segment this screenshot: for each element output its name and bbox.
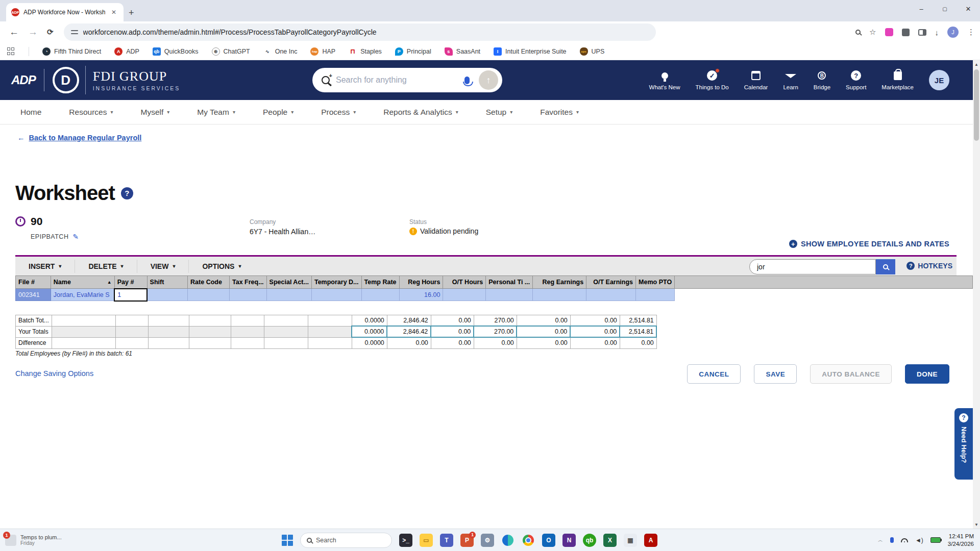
cell-personal-time[interactable] <box>486 289 533 301</box>
bookmark-intuit[interactable]: IIntuit Enterprise Suite <box>494 47 567 56</box>
bookmark-star-icon[interactable]: ☆ <box>869 28 876 37</box>
cell-reg-earnings[interactable] <box>533 289 586 301</box>
col-temp-rate[interactable]: Temp Rate <box>361 276 399 289</box>
tab-close-icon[interactable]: ✕ <box>109 8 118 17</box>
outlook-icon[interactable]: O <box>542 534 555 547</box>
cell-special-act[interactable] <box>266 289 311 301</box>
nav-reports-analytics[interactable]: Reports & Analytics▾ <box>383 108 458 117</box>
windows-start-button[interactable] <box>282 535 293 546</box>
bookmark-one-inc[interactable]: ∿One Inc <box>263 47 298 56</box>
things-to-do-button[interactable]: ✓ Things to Do <box>696 70 729 90</box>
cancel-button[interactable]: CANCEL <box>687 364 741 384</box>
cell-shift[interactable] <box>147 289 188 301</box>
bookmark-hap[interactable]: hapHAP <box>310 47 335 56</box>
wifi-icon[interactable] <box>901 538 908 542</box>
back-to-payroll-link[interactable]: ← Back to Manage Regular Payroll <box>17 134 141 142</box>
cell-tax-freq[interactable] <box>229 289 266 301</box>
col-name[interactable]: Name▲ <box>51 276 114 289</box>
powerpoint-icon[interactable]: P1 <box>460 534 474 547</box>
cell-ot-hours[interactable] <box>443 289 486 301</box>
hotkeys-link[interactable]: ? HOTKEYS <box>906 262 952 270</box>
col-reg-earnings[interactable]: Reg Earnings <box>533 276 586 289</box>
settings-icon[interactable]: ⚙ <box>481 534 494 547</box>
pink-extension-icon[interactable] <box>885 28 893 36</box>
bookmark-fifth-third[interactable]: ◔Fifth Third Direct <box>42 47 101 56</box>
cell-temporary-d[interactable] <box>311 289 361 301</box>
support-button[interactable]: ? Support <box>846 70 866 90</box>
terminal-icon[interactable]: >_ <box>399 534 412 547</box>
grid-search-button[interactable] <box>876 259 895 274</box>
zoom-icon[interactable] <box>855 30 861 35</box>
onenote-icon[interactable]: N <box>562 534 576 547</box>
apps-grid-icon[interactable] <box>7 47 15 56</box>
page-scrollbar[interactable]: ▲ ▼ <box>973 60 980 529</box>
window-minimize-button[interactable]: – <box>910 0 933 17</box>
taskbar-clock[interactable]: 12:41 PM 3/24/2026 <box>948 533 974 548</box>
reload-button[interactable]: ⟳ <box>47 28 54 37</box>
cell-reg-hours[interactable]: 16.00 <box>399 289 443 301</box>
auto-balance-button[interactable]: AUTO BALANCE <box>810 364 892 384</box>
extensions-puzzle-icon[interactable] <box>902 29 910 36</box>
nav-myself[interactable]: Myself▾ <box>140 108 169 117</box>
user-avatar[interactable]: JE <box>929 70 949 90</box>
nav-favorites[interactable]: Favorites▾ <box>540 108 579 117</box>
done-button[interactable]: DONE <box>905 364 949 384</box>
bookmark-saasant[interactable]: sSaasAnt <box>445 47 480 56</box>
quickbooks-icon[interactable]: qb <box>583 534 596 547</box>
cell-name[interactable]: Jordan, EvaMarie S <box>51 289 114 301</box>
scrollbar-thumb[interactable] <box>974 69 979 141</box>
nav-my-team[interactable]: My Team▾ <box>197 108 235 117</box>
your-temp-rate[interactable]: 0.0000 <box>352 326 387 337</box>
address-bar[interactable]: workforcenow.adp.com/theme/admin.html#/P… <box>64 23 656 41</box>
your-memo-pto[interactable]: 2,514.81 <box>620 326 656 337</box>
learn-button[interactable]: Learn <box>783 70 798 90</box>
whats-new-button[interactable]: What's New <box>649 70 680 90</box>
col-pay-number[interactable]: Pay # <box>114 276 147 289</box>
acrobat-icon[interactable]: A <box>644 534 657 547</box>
nav-setup[interactable]: Setup▾ <box>486 108 513 117</box>
cell-ot-earnings[interactable] <box>586 289 636 301</box>
col-shift[interactable]: Shift <box>147 276 188 289</box>
teams-icon[interactable]: T <box>440 534 453 547</box>
cell-file-number[interactable]: 002341 <box>16 289 51 301</box>
col-memo-pto[interactable]: Memo PTO <box>636 276 675 289</box>
bookmark-ups[interactable]: upsUPS <box>580 47 605 56</box>
col-reg-hours[interactable]: Reg Hours <box>399 276 443 289</box>
file-explorer-icon[interactable]: ▭ <box>420 534 433 547</box>
site-settings-icon[interactable] <box>71 29 78 35</box>
battery-icon[interactable] <box>930 537 941 543</box>
col-file-number[interactable]: File # <box>16 276 51 289</box>
browser-menu-icon[interactable]: ⋮ <box>967 28 975 37</box>
col-ot-hours[interactable]: O/T Hours <box>443 276 486 289</box>
taskbar-search[interactable]: Search <box>300 533 392 548</box>
scroll-down-icon[interactable]: ▼ <box>973 520 980 529</box>
options-menu[interactable]: OPTIONS▾ <box>189 260 254 273</box>
your-ot-earnings[interactable]: 0.00 <box>570 326 620 337</box>
your-reg-hours[interactable]: 2,846.42 <box>387 326 431 337</box>
cell-memo-pto[interactable] <box>636 289 675 301</box>
forward-button[interactable]: → <box>28 27 38 38</box>
col-ot-earnings[interactable]: O/T Earnings <box>586 276 636 289</box>
bookmark-chatgpt[interactable]: ⊛ChatGPT <box>212 47 250 56</box>
browser-profile-avatar[interactable]: J <box>947 27 959 38</box>
excel-icon[interactable]: X <box>603 534 617 547</box>
tray-chevron-icon[interactable]: ︿ <box>878 537 883 544</box>
col-tax-freq[interactable]: Tax Freq... <box>229 276 266 289</box>
edge-icon[interactable] <box>501 534 514 547</box>
cell-temp-rate[interactable] <box>361 289 399 301</box>
mic-icon[interactable] <box>464 77 470 84</box>
new-tab-button[interactable]: + <box>129 8 134 18</box>
bookmark-principal[interactable]: PPrincipal <box>395 47 431 56</box>
store-icon[interactable]: ▦ <box>624 534 637 547</box>
back-button[interactable]: ← <box>9 27 19 38</box>
nav-home[interactable]: Home <box>20 108 41 117</box>
downloads-icon[interactable]: ↓ <box>935 28 939 37</box>
need-help-tab[interactable]: ? Need Help? <box>954 408 973 480</box>
global-search-input[interactable] <box>336 76 458 85</box>
global-search[interactable]: ↑ <box>312 68 502 92</box>
bookmark-adp[interactable]: AADP <box>114 47 139 56</box>
worksheet-help-icon[interactable]: ? <box>121 187 133 199</box>
tray-mic-icon[interactable] <box>890 537 894 543</box>
chrome-icon[interactable] <box>522 534 535 547</box>
browser-tab[interactable]: ADP ADP Workforce Now - Worksheet ✕ <box>6 3 124 21</box>
